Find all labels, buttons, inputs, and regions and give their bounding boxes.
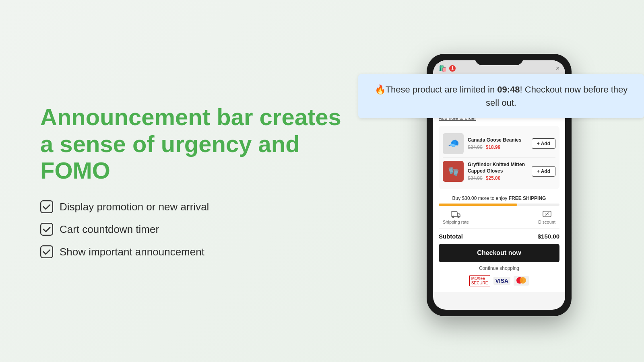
- upsell-price-sale-1: $18.99: [486, 144, 501, 150]
- check-icon-2: [40, 223, 53, 236]
- shipping-rate-label: Shipping rate: [443, 220, 469, 224]
- main-title: Announcement bar creates a sense of urge…: [40, 104, 346, 184]
- upsell-section: 🧢 Canada Goose Beanies $24.00 $18.99 + A…: [439, 126, 559, 189]
- feature-item-2: Cart countdown timer: [40, 223, 346, 236]
- feature-text-3: Show important announcement: [60, 246, 204, 258]
- phone-notch: [475, 54, 523, 65]
- upsell-add-button-1[interactable]: + Add: [532, 138, 555, 149]
- subtotal-row: Subtotal $150.00: [439, 228, 559, 244]
- upsell-name-2: Gryffindor Knitted Mitten Capped Gloves: [468, 162, 528, 174]
- shipping-truck-icon: [451, 210, 460, 218]
- upsell-item-1: 🧢 Canada Goose Beanies $24.00 $18.99 + A…: [443, 130, 555, 158]
- upsell-price-original-2: $34.00: [468, 175, 483, 181]
- shopping-bag-icon: 🛍️: [439, 64, 447, 72]
- shipping-text: Buy $30.00 more to enjoy FREE SHIPPING: [439, 195, 559, 201]
- upsell-prices-1: $24.00 $18.99: [468, 144, 528, 150]
- upsell-add-button-2[interactable]: + Add: [532, 166, 555, 177]
- right-section: 🔥These product are limited in 09:48! Che…: [370, 46, 644, 316]
- feature-text-2: Cart countdown timer: [60, 223, 159, 236]
- shipping-icons: Shipping rate Discount: [439, 210, 559, 224]
- svg-rect-0: [41, 201, 53, 213]
- subtotal-amount: $150.00: [538, 233, 559, 240]
- checkout-button[interactable]: Checkout now: [439, 244, 559, 262]
- feature-item-3: Show important announcement: [40, 245, 346, 258]
- discount-label: Discount: [538, 220, 555, 224]
- feature-list: Display promotion or new arrival Cart co…: [40, 200, 346, 258]
- svg-point-4: [452, 216, 454, 218]
- browser-icon-area: 🛍️ 1: [439, 64, 456, 72]
- feature-item-1: Display promotion or new arrival: [40, 200, 346, 213]
- announcement-bar: 🔥These product are limited in 09:48! Che…: [358, 74, 644, 118]
- discount-icon: [542, 210, 552, 218]
- announcement-text-before: These product are limited in: [386, 84, 497, 95]
- shipping-icon-item-rate: Shipping rate: [443, 210, 469, 224]
- svg-point-8: [520, 277, 526, 284]
- mastercard-icon: [514, 276, 529, 286]
- upsell-img-2: 🧤: [443, 161, 464, 182]
- announcement-emoji: 🔥: [375, 84, 386, 95]
- announcement-timer: 09:48: [497, 84, 520, 95]
- shipping-progress-bg: [439, 204, 559, 206]
- upsell-price-sale-2: $25.00: [486, 175, 501, 181]
- subtotal-label: Subtotal: [439, 233, 463, 240]
- mcafee-icon: McAfeeSECURE: [469, 275, 490, 286]
- svg-rect-2: [41, 246, 53, 258]
- upsell-details-2: Gryffindor Knitted Mitten Capped Gloves …: [468, 162, 528, 181]
- check-icon-3: [40, 245, 53, 258]
- upsell-prices-2: $34.00 $25.00: [468, 175, 528, 181]
- upsell-name-1: Canada Goose Beanies: [468, 137, 528, 144]
- upsell-img-1: 🧢: [443, 133, 464, 154]
- shipping-section: Buy $30.00 more to enjoy FREE SHIPPING: [439, 191, 559, 228]
- svg-rect-3: [451, 212, 457, 216]
- upsell-details-1: Canada Goose Beanies $24.00 $18.99: [468, 137, 528, 150]
- shipping-text-highlight: FREE SHIPPING: [509, 195, 546, 201]
- svg-rect-1: [41, 223, 53, 235]
- visa-icon: VISA: [493, 277, 511, 285]
- feature-text-1: Display promotion or new arrival: [60, 201, 209, 213]
- upsell-item-2: 🧤 Gryffindor Knitted Mitten Capped Glove…: [443, 158, 555, 185]
- shipping-progress-fill: [439, 204, 517, 206]
- shipping-text-before: Buy $30.00 more to enjoy: [452, 195, 509, 201]
- check-icon-1: [40, 200, 53, 213]
- cart-badge: 1: [449, 65, 456, 72]
- continue-shopping-link[interactable]: Continue shopping: [439, 265, 559, 271]
- left-section: Announcement bar creates a sense of urge…: [0, 72, 370, 290]
- svg-point-5: [458, 216, 459, 218]
- shipping-icon-item-discount: Discount: [538, 210, 555, 224]
- close-button[interactable]: ×: [556, 65, 559, 72]
- payment-icons: McAfeeSECURE VISA: [439, 275, 559, 286]
- upsell-price-original-1: $24.00: [468, 144, 483, 150]
